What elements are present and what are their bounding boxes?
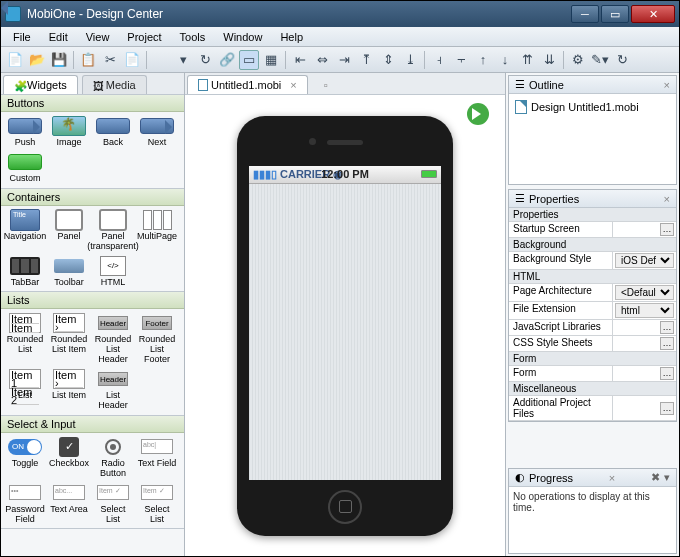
align-left-icon[interactable]: ⇤ bbox=[290, 50, 310, 70]
design-mode-icon[interactable]: ▭ bbox=[239, 50, 259, 70]
outline-item[interactable]: Design Untitled1.mobi bbox=[513, 98, 672, 116]
properties-close-icon[interactable]: × bbox=[664, 193, 670, 205]
widget-tabbar[interactable]: TabBar bbox=[5, 256, 45, 288]
device-icon[interactable]: ▾ bbox=[173, 50, 193, 70]
widget-text-field[interactable]: abc|Text Field bbox=[137, 437, 177, 479]
prop-edit-button[interactable]: … bbox=[660, 223, 674, 236]
prop-group-miscellaneous: Miscellaneous bbox=[509, 382, 676, 396]
widget-rounded-list-header[interactable]: HeaderRounded List Header bbox=[93, 313, 133, 365]
menu-view[interactable]: View bbox=[78, 29, 118, 45]
home-button[interactable] bbox=[328, 490, 362, 524]
document-tab[interactable]: Untitled1.mobi × bbox=[187, 75, 308, 94]
widget-rounded-list[interactable]: ItemItemRounded List bbox=[5, 313, 45, 365]
paste-icon[interactable]: 📄 bbox=[122, 50, 142, 70]
widget-toolbar[interactable]: Toolbar bbox=[49, 256, 89, 288]
dist-v-icon[interactable]: ⫟ bbox=[451, 50, 471, 70]
align-middle-icon[interactable]: ⇕ bbox=[378, 50, 398, 70]
refresh-icon[interactable]: ↻ bbox=[612, 50, 632, 70]
section-select-input[interactable]: Select & Input bbox=[1, 416, 184, 433]
widget-panel[interactable]: Panel bbox=[49, 210, 89, 252]
prop-edit-button[interactable]: … bbox=[660, 402, 674, 415]
progress-close-icon[interactable]: × bbox=[609, 472, 615, 484]
titlebar: MobiOne - Design Center ─ ▭ ✕ bbox=[1, 1, 679, 27]
widget-rounded-list-item[interactable]: Item ›Rounded List Item bbox=[49, 313, 89, 365]
section-buttons[interactable]: Buttons bbox=[1, 95, 184, 112]
send-back-icon[interactable]: ↓ bbox=[495, 50, 515, 70]
widget-html[interactable]: </>HTML bbox=[93, 256, 133, 288]
widget-push[interactable]: Push bbox=[5, 116, 45, 148]
widget-textarea[interactable]: abc...Text Area bbox=[49, 483, 89, 525]
widget-back[interactable]: Back bbox=[93, 116, 133, 148]
menu-project[interactable]: Project bbox=[119, 29, 169, 45]
window-title: MobiOne - Design Center bbox=[27, 7, 571, 21]
widget-navigation[interactable]: TitleNavigation bbox=[5, 210, 45, 252]
cut-icon[interactable]: ✂ bbox=[100, 50, 120, 70]
align-center-icon[interactable]: ⇔ bbox=[312, 50, 332, 70]
rounded-list-footer-icon: Footer bbox=[142, 316, 172, 330]
bring-front-icon[interactable]: ↑ bbox=[473, 50, 493, 70]
menu-edit[interactable]: Edit bbox=[41, 29, 76, 45]
section-containers[interactable]: Containers bbox=[1, 189, 184, 206]
wand-icon[interactable]: ✎▾ bbox=[590, 50, 610, 70]
prop-edit-button[interactable]: … bbox=[660, 367, 674, 380]
save-icon[interactable]: 💾 bbox=[49, 50, 69, 70]
backward-icon[interactable]: ⇊ bbox=[539, 50, 559, 70]
tab-media[interactable]: 🖼Media bbox=[82, 75, 147, 94]
menu-file[interactable]: File bbox=[5, 29, 39, 45]
widget-next[interactable]: Next bbox=[137, 116, 177, 148]
media-icon: 🖼 bbox=[93, 80, 103, 90]
new-icon[interactable]: 📄 bbox=[5, 50, 25, 70]
widget-list-header[interactable]: HeaderList Header bbox=[93, 369, 133, 411]
widget-password[interactable]: •••Password Field bbox=[5, 483, 45, 525]
widget-radio[interactable]: Radio Button bbox=[93, 437, 133, 479]
widget-rounded-list-footer[interactable]: FooterRounded List Footer bbox=[137, 313, 177, 365]
menu-window[interactable]: Window bbox=[215, 29, 270, 45]
menu-help[interactable]: Help bbox=[272, 29, 311, 45]
link-icon[interactable]: 🔗 bbox=[217, 50, 237, 70]
close-button[interactable]: ✕ bbox=[631, 5, 675, 23]
widget-image[interactable]: Image bbox=[49, 116, 89, 148]
prop-edit-button[interactable]: … bbox=[660, 337, 674, 350]
new-tab-icon[interactable]: ▫ bbox=[318, 76, 334, 94]
prop-css-style-sheets: CSS Style Sheets… bbox=[509, 336, 676, 352]
section-lists[interactable]: Lists bbox=[1, 292, 184, 309]
phone-screen[interactable]: ▮▮▮▯ CARRIER ◉ 12:00 PM bbox=[249, 166, 441, 480]
progress-remove-icon[interactable]: ✖ bbox=[651, 471, 660, 484]
apple-icon[interactable] bbox=[151, 50, 171, 70]
widget-panel-transparent[interactable]: Panel (transparent) bbox=[93, 210, 133, 252]
outline-close-icon[interactable]: × bbox=[664, 79, 670, 91]
forward-icon[interactable]: ⇈ bbox=[517, 50, 537, 70]
prop-select[interactable]: <Default> bbox=[615, 285, 674, 300]
widget-list-item[interactable]: Item ›List Item bbox=[49, 369, 89, 411]
maximize-button[interactable]: ▭ bbox=[601, 5, 629, 23]
copy-icon[interactable]: 📋 bbox=[78, 50, 98, 70]
battery-icon bbox=[421, 170, 437, 178]
open-icon[interactable]: 📂 bbox=[27, 50, 47, 70]
widget-toggle[interactable]: ONToggle bbox=[5, 437, 45, 479]
widget-custom[interactable]: Custom bbox=[5, 152, 45, 184]
properties-header: ☰ Properties × bbox=[509, 190, 676, 208]
phone-mockup: ▮▮▮▯ CARRIER ◉ 12:00 PM bbox=[237, 116, 453, 536]
tab-widgets[interactable]: 🧩Widgets bbox=[3, 75, 78, 94]
align-bottom-icon[interactable]: ⤓ bbox=[400, 50, 420, 70]
widget-multipage[interactable]: MultiPage bbox=[137, 210, 177, 252]
align-right-icon[interactable]: ⇥ bbox=[334, 50, 354, 70]
rotate-icon[interactable]: ↻ bbox=[195, 50, 215, 70]
minimize-button[interactable]: ─ bbox=[571, 5, 599, 23]
widget-select-list[interactable]: Item ✓Select List bbox=[93, 483, 133, 525]
widget-list[interactable]: Item 1Item 2List bbox=[5, 369, 45, 411]
prop-select[interactable]: html bbox=[615, 303, 674, 318]
dist-h-icon[interactable]: ⫞ bbox=[429, 50, 449, 70]
grid-icon[interactable]: ▦ bbox=[261, 50, 281, 70]
align-top-icon[interactable]: ⤒ bbox=[356, 50, 376, 70]
menu-tools[interactable]: Tools bbox=[172, 29, 214, 45]
prop-edit-button[interactable]: … bbox=[660, 321, 674, 334]
widget-checkbox[interactable]: ✓Checkbox bbox=[49, 437, 89, 479]
progress-menu-icon[interactable]: ▾ bbox=[664, 471, 670, 484]
menubar: FileEditViewProjectToolsWindowHelp bbox=[1, 27, 679, 47]
close-tab-icon[interactable]: × bbox=[290, 79, 296, 91]
prop-select[interactable]: iOS Default (strip... bbox=[615, 253, 674, 268]
run-button[interactable] bbox=[467, 103, 489, 125]
widget-select-list2[interactable]: Item ✓Select List bbox=[137, 483, 177, 525]
settings-icon[interactable]: ⚙ bbox=[568, 50, 588, 70]
